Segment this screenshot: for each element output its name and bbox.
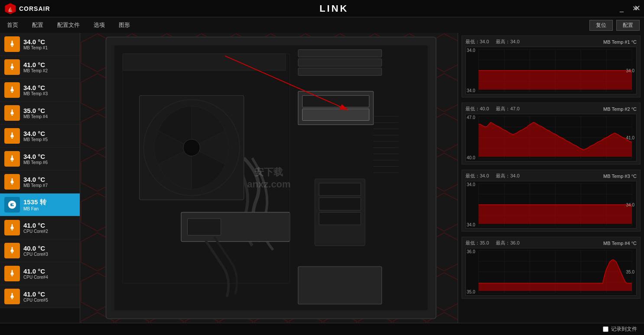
sidebar-item-cpu_core2[interactable]: 41.0 °CCPU Core#2 bbox=[0, 216, 80, 239]
chart-header-chart1: 最低：34.0最高：34.0MB Temp #1 °C bbox=[465, 39, 637, 45]
sensor-label-mb_temp5: MB Temp #5 bbox=[23, 137, 48, 142]
sidebar-item-cpu_core3[interactable]: 40.0 °CCPU Core#3 bbox=[0, 239, 80, 262]
chart-area-chart2: 47.040.041.0 bbox=[465, 114, 637, 161]
minimize-button[interactable]: _ bbox=[618, 5, 625, 13]
svg-rect-15 bbox=[298, 50, 382, 57]
sensor-value-mb_temp3: 34.0 °C bbox=[23, 84, 48, 91]
sidebar-item-mb_fan[interactable]: 1535 转MB Fan bbox=[0, 193, 80, 216]
svg-rect-20 bbox=[302, 109, 369, 120]
temp-icon bbox=[4, 289, 20, 304]
chart-area-chart1: 34.034.034.0 bbox=[465, 47, 637, 94]
chart-y-top-chart1: 34.0 bbox=[467, 48, 475, 53]
sidebar-item-mb_temp2[interactable]: 41.0 °CMB Temp #2 bbox=[0, 56, 80, 79]
sensor-label-mb_temp2: MB Temp #2 bbox=[23, 68, 48, 73]
chart-title-chart4: MB Temp #4 °C bbox=[603, 241, 637, 246]
corsair-logo-icon: ⛵ bbox=[4, 3, 16, 15]
sidebar-item-mb_temp5[interactable]: 34.0 °CMB Temp #5 bbox=[0, 125, 80, 148]
chart-y-right-chart2: 41.0 bbox=[626, 135, 634, 140]
sensor-label-cpu_core5: CPU Core#5 bbox=[23, 298, 48, 303]
svg-rect-5 bbox=[12, 110, 13, 113]
sensor-value-mb_temp2: 41.0 °C bbox=[23, 61, 48, 68]
svg-rect-6 bbox=[12, 133, 13, 136]
reset-button[interactable]: 复位 bbox=[589, 20, 613, 31]
sensor-label-cpu_core4: CPU Core#4 bbox=[23, 275, 48, 280]
sidebar-item-mb_temp4[interactable]: 35.0 °CMB Temp #4 bbox=[0, 102, 80, 125]
record-checkbox[interactable] bbox=[603, 326, 608, 332]
menu-bar: 首页 配置 配置文件 选项 图形 复位 配置 bbox=[0, 17, 644, 33]
svg-rect-30 bbox=[319, 198, 361, 210]
menu-options[interactable]: 选项 bbox=[91, 19, 107, 31]
svg-rect-2 bbox=[12, 41, 13, 44]
status-bar: 记录到文件 bbox=[0, 323, 644, 335]
temp-icon bbox=[4, 220, 20, 235]
chart-max-chart4: 最高：36.0 bbox=[496, 240, 519, 246]
chart-area-chart3: 34.034.034.0 bbox=[465, 181, 637, 229]
svg-rect-9 bbox=[12, 225, 13, 228]
svg-rect-16 bbox=[298, 59, 382, 66]
svg-text:⛵: ⛵ bbox=[8, 6, 13, 12]
chart-min-chart1: 最低：34.0 bbox=[465, 39, 489, 45]
sensor-value-cpu_core5: 41.0 °C bbox=[23, 290, 48, 298]
chart-svg-chart3 bbox=[466, 181, 636, 228]
chart-min-chart4: 最低：35.0 bbox=[465, 240, 489, 246]
temp-icon bbox=[4, 36, 20, 52]
svg-point-25 bbox=[183, 139, 200, 156]
svg-rect-21 bbox=[298, 267, 382, 304]
sensor-label-mb_temp1: MB Temp #1 bbox=[23, 45, 48, 50]
chart-y-top-chart3: 34.0 bbox=[467, 182, 475, 187]
chart-y-bottom-chart4: 35.0 bbox=[467, 290, 475, 294]
sidebar-item-mb_temp1[interactable]: 34.0 °CMB Temp #1 bbox=[0, 33, 80, 56]
right-panel-close-button[interactable]: ✕ bbox=[634, 3, 641, 13]
temp-icon bbox=[4, 174, 20, 190]
temp-icon bbox=[4, 243, 20, 258]
temp-icon bbox=[4, 82, 20, 98]
menu-config-file[interactable]: 配置文件 bbox=[55, 19, 82, 31]
chart-y-right-chart3: 34.0 bbox=[626, 203, 634, 207]
chart-svg-chart1 bbox=[466, 47, 636, 94]
sensor-label-mb_temp3: MB Temp #3 bbox=[23, 91, 48, 96]
sensor-value-cpu_core4: 41.0 °C bbox=[23, 267, 48, 275]
chart-max-chart2: 最高：47.0 bbox=[496, 106, 519, 112]
chart-y-right-chart1: 34.0 bbox=[626, 68, 634, 73]
sensor-label-mb_temp7: MB Temp #7 bbox=[23, 183, 48, 188]
menu-home[interactable]: 首页 bbox=[4, 19, 21, 31]
chart-header-chart3: 最低：34.0最高：34.0MB Temp #3 °C bbox=[465, 173, 637, 179]
sidebar-item-mb_temp7[interactable]: 34.0 °CMB Temp #7 bbox=[0, 171, 80, 193]
chart-header-chart2: 最低：40.0最高：47.0MB Temp #2 °C bbox=[465, 106, 637, 112]
temp-icon bbox=[4, 128, 20, 144]
brand-name: CORSAIR bbox=[19, 5, 50, 12]
sidebar-item-mb_temp6[interactable]: 34.0 °CMB Temp #6 bbox=[0, 148, 80, 171]
sensor-label-mb_fan: MB Fan bbox=[23, 206, 46, 211]
record-label-text: 记录到文件 bbox=[611, 325, 637, 333]
sensor-value-mb_temp5: 34.0 °C bbox=[23, 130, 48, 137]
logo: ⛵ CORSAIR bbox=[4, 3, 50, 15]
chart-card-chart3: 最低：34.0最高：34.0MB Temp #3 °C34.034.034.0 bbox=[462, 170, 641, 232]
temp-icon bbox=[4, 151, 20, 167]
chart-min-chart3: 最低：34.0 bbox=[465, 173, 489, 179]
svg-rect-27 bbox=[188, 219, 221, 235]
menu-graphics[interactable]: 图形 bbox=[116, 19, 133, 31]
pc-view: 安下载 anxz.com bbox=[80, 33, 458, 323]
sidebar-item-cpu_core4[interactable]: 41.0 °CCPU Core#4 bbox=[0, 262, 80, 285]
temp-icon bbox=[4, 266, 20, 281]
svg-rect-19 bbox=[302, 96, 369, 107]
chart-y-bottom-chart2: 40.0 bbox=[467, 155, 475, 160]
sensor-value-mb_temp7: 34.0 °C bbox=[23, 176, 48, 183]
sidebar-item-mb_temp3[interactable]: 34.0 °CMB Temp #3 bbox=[0, 79, 80, 102]
svg-rect-3 bbox=[12, 64, 13, 67]
sensor-value-mb_temp4: 35.0 °C bbox=[23, 107, 48, 114]
sensor-value-cpu_core2: 41.0 °C bbox=[23, 222, 48, 229]
chart-card-chart2: 最低：40.0最高：47.0MB Temp #2 °C47.040.041.0 bbox=[462, 103, 641, 164]
temp-icon bbox=[4, 105, 20, 121]
svg-rect-12 bbox=[12, 293, 13, 296]
main-content: 34.0 °CMB Temp #141.0 °CMB Temp #234.0 °… bbox=[0, 33, 644, 323]
settings-button[interactable]: 配置 bbox=[616, 20, 640, 31]
svg-rect-29 bbox=[319, 183, 361, 196]
chart-title-chart2: MB Temp #2 °C bbox=[603, 106, 637, 112]
chart-area-chart4: 36.035.035.0 bbox=[465, 248, 637, 296]
chart-y-top-chart4: 36.0 bbox=[467, 249, 475, 254]
sensor-label-cpu_core3: CPU Core#3 bbox=[23, 252, 48, 257]
menu-config[interactable]: 配置 bbox=[29, 19, 46, 31]
record-label[interactable]: 记录到文件 bbox=[603, 325, 637, 333]
sidebar-item-cpu_core5[interactable]: 41.0 °CCPU Core#5 bbox=[0, 285, 80, 308]
